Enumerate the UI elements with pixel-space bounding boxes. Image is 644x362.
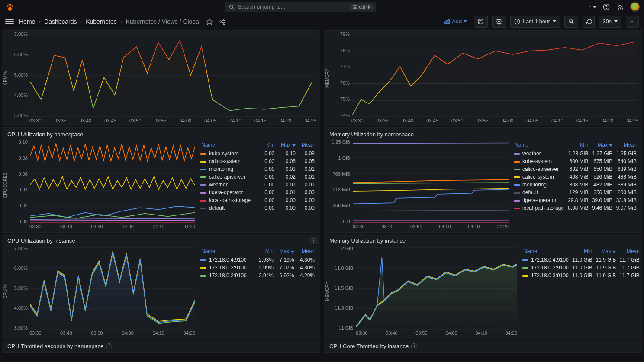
- legend-row[interactable]: 172.18.0.2:910011.0 GiB11.9 GiB11.7 GiB: [521, 264, 641, 272]
- legend-row[interactable]: monitoring0.000.030.01: [199, 165, 316, 173]
- tick-label: 03:50: [451, 118, 464, 126]
- chart[interactable]: 12 GiB11.8 GiB11.5 GiB11.3 GiB11 GiB: [331, 246, 517, 330]
- legend-row[interactable]: default0.000.000.00: [199, 204, 316, 212]
- legend-table[interactable]: NameMinMax Mean172.18.0.4:910011.0 GiB11…: [521, 245, 642, 338]
- tick-label: 04:00: [502, 118, 514, 126]
- legend-header[interactable]: Name: [199, 247, 255, 256]
- sort-desc-icon: [609, 144, 612, 147]
- tick-label: 7.00%: [9, 246, 29, 251]
- panel-cpu-total[interactable]: CPU % 7.00%6.00%5.00%4.00%3.00%: [2, 30, 320, 126]
- chart[interactable]: 7.00%6.00%5.00%4.00%3.00%: [9, 32, 316, 118]
- refresh-interval-picker[interactable]: 30s: [599, 16, 621, 28]
- series-swatch: [200, 208, 206, 209]
- add-icon[interactable]: [589, 3, 596, 11]
- svg-point-12: [223, 22, 225, 24]
- svg-line-21: [572, 22, 574, 24]
- panel-memory-namespace[interactable]: Memory Utilization by namespace 1.25 GiB…: [324, 127, 642, 233]
- add-button[interactable]: Add: [441, 16, 470, 26]
- legend-header[interactable]: Min: [570, 247, 594, 256]
- breadcrumb-folder[interactable]: Kubernetes: [86, 18, 117, 25]
- avatar[interactable]: [630, 2, 640, 12]
- legend-header[interactable]: Mean: [614, 140, 638, 150]
- kiosk-button[interactable]: [626, 16, 639, 28]
- tick-label: 04:20: [183, 224, 195, 232]
- legend-header[interactable]: Max: [277, 140, 298, 150]
- settings-button[interactable]: [492, 16, 506, 28]
- legend-row[interactable]: kube-system0.020.100.08: [199, 150, 316, 157]
- tick-label: 0.00: [9, 219, 29, 224]
- legend-header[interactable]: Mean: [296, 247, 317, 256]
- save-button[interactable]: [474, 16, 488, 28]
- tick-label: 03:30: [351, 118, 364, 126]
- time-range-picker[interactable]: Last 1 hour: [510, 16, 560, 28]
- chart[interactable]: 7.00%6.00%5.00%4.00%3.00%: [9, 246, 195, 330]
- chart[interactable]: 1.25 GiB1 GiB768 MiB512 MiB256 MiB0 B: [326, 139, 509, 224]
- breadcrumb-dashboards[interactable]: Dashboards: [44, 18, 77, 25]
- menu-icon[interactable]: [5, 19, 14, 24]
- info-icon[interactable]: i: [411, 343, 417, 349]
- legend-row[interactable]: 172.18.0.2:91002.94%6.92%4.29%: [199, 272, 316, 279]
- tick-label: 03:50: [129, 118, 142, 126]
- star-icon[interactable]: [206, 18, 213, 26]
- panel-title: Memory Utilization by instance: [324, 234, 642, 245]
- legend-header[interactable]: Min: [566, 140, 590, 150]
- legend-row[interactable]: local-path-storage0.000.000.00: [199, 196, 316, 204]
- tick-label: 04:10: [152, 330, 164, 338]
- tick-label: 76%: [331, 80, 351, 86]
- search-input[interactable]: Search or jump to... ctrl+k: [225, 2, 376, 12]
- legend-row[interactable]: weather1.23 GiB1.27 GiB1.25 GiB: [512, 150, 638, 157]
- legend-row[interactable]: calico-apiserver632 MiB650 MiB639 MiB: [512, 165, 638, 173]
- panel-cpu-core-throttled[interactable]: CPU Core Throttled by instance i: [324, 340, 642, 353]
- legend-table[interactable]: NameMinMax Meanweather1.23 GiB1.27 GiB1.…: [512, 138, 642, 232]
- breadcrumb-home[interactable]: Home: [19, 18, 35, 25]
- refresh-button[interactable]: [583, 16, 595, 28]
- tick-label: 03:30: [29, 330, 42, 338]
- share-icon[interactable]: [219, 18, 226, 26]
- legend-header[interactable]: Max: [590, 140, 615, 150]
- legend-header[interactable]: Name: [512, 140, 566, 150]
- tick-label: 0.06: [9, 171, 29, 176]
- series-swatch: [522, 259, 528, 261]
- legend-row[interactable]: calico-apiserver0.000.020.01: [199, 173, 316, 181]
- zoom-out-button[interactable]: [564, 16, 578, 28]
- panel-cpu-namespace[interactable]: CPU Utilization by namespace CPU CORES 0…: [2, 127, 320, 233]
- legend-header[interactable]: Max: [275, 247, 296, 256]
- legend-row[interactable]: 172.18.0.4:91002.93%7.19%4.30%: [199, 256, 316, 264]
- tick-label: 7.00%: [9, 32, 29, 37]
- chart[interactable]: 0.100.080.060.040.020.00: [9, 139, 195, 224]
- tick-label: 3.00%: [9, 113, 29, 118]
- legend-header[interactable]: Max: [594, 247, 618, 256]
- info-icon[interactable]: i: [106, 343, 112, 349]
- panel-menu-icon[interactable]: ⋮: [309, 237, 317, 244]
- panel-cpu-throttled[interactable]: CPU Throttled seconds by namespace i: [2, 340, 320, 353]
- grafana-logo-icon[interactable]: [4, 1, 16, 13]
- legend-row[interactable]: kube-system600 MiB675 MiB640 MiB: [512, 157, 638, 165]
- legend-row[interactable]: default129 MiB256 MiB200 MiB: [512, 189, 638, 196]
- legend-row[interactable]: monitoring308 MiB482 MiB389 MiB: [512, 181, 638, 189]
- chart[interactable]: 79%78%77%76%75%74%: [331, 32, 638, 118]
- legend-row[interactable]: 172.18.0.4:910011.0 GiB11.9 GiB11.7 GiB: [521, 256, 641, 264]
- legend-table[interactable]: NameMinMax Meankube-system0.020.100.08ca…: [199, 138, 320, 232]
- rss-icon[interactable]: [616, 3, 624, 11]
- legend-row[interactable]: weather0.000.010.01: [199, 181, 316, 189]
- legend-row[interactable]: tigera-operator29.8 MiB39.0 MiB33.8 MiB: [512, 196, 638, 204]
- legend-header[interactable]: Name: [199, 140, 261, 150]
- panel-cpu-instance[interactable]: CPU Utilization by instance ⋮ CPU % 7.00…: [2, 234, 320, 339]
- tick-label: 77%: [331, 64, 351, 69]
- legend-row[interactable]: 172.18.0.3:910011.0 GiB11.9 GiB11.7 GiB: [521, 272, 641, 279]
- panel-memory-total[interactable]: MEMORY 79%78%77%76%75%74%: [324, 30, 642, 126]
- legend-header[interactable]: Name: [521, 247, 570, 256]
- legend-header[interactable]: Mean: [297, 140, 316, 150]
- help-icon[interactable]: [602, 3, 610, 11]
- legend-header[interactable]: Min: [255, 247, 275, 256]
- legend-header[interactable]: Min: [261, 140, 276, 150]
- svg-point-7: [606, 8, 606, 9]
- legend-header[interactable]: Mean: [618, 247, 641, 256]
- legend-row[interactable]: calico-system468 MiB526 MiB488 MiB: [512, 173, 638, 181]
- legend-table[interactable]: NameMinMax Mean172.18.0.4:91002.93%7.19%…: [199, 245, 320, 338]
- panel-memory-instance[interactable]: Memory Utilization by instance MEMORY 12…: [324, 234, 642, 339]
- legend-row[interactable]: local-path-storage8.98 MiB9.46 MiB9.07 M…: [512, 204, 638, 212]
- legend-row[interactable]: tigera-operator0.000.010.00: [199, 189, 316, 196]
- legend-row[interactable]: calico-system0.030.060.05: [199, 157, 316, 165]
- legend-row[interactable]: 172.18.0.3:91002.99%7.07%4.30%: [199, 264, 316, 272]
